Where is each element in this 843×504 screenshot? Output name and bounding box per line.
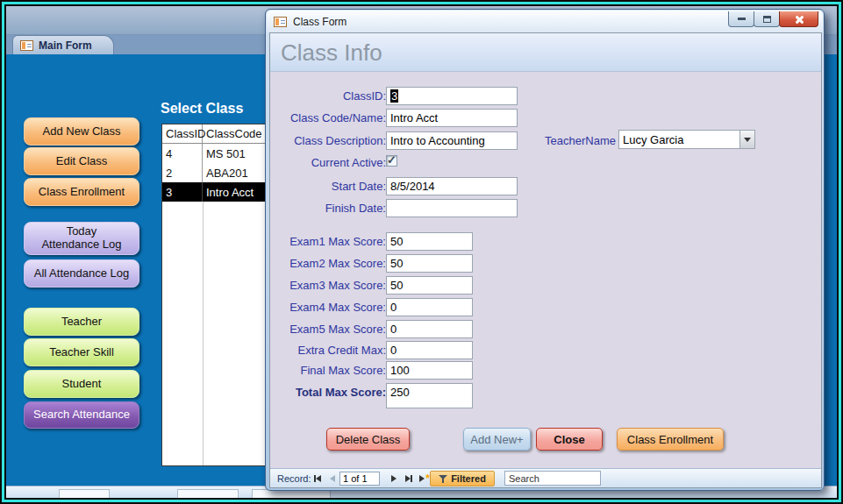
partial-record-box — [59, 489, 110, 498]
student-label: Student — [62, 378, 102, 391]
add-new-button[interactable]: Add New+ — [463, 428, 531, 451]
teacher-name-label: TeacherName — [535, 134, 616, 147]
exam4-field[interactable] — [386, 298, 473, 316]
teacher-name-value: Lucy Garcia — [619, 133, 739, 146]
class-description-field[interactable] — [386, 131, 518, 150]
student-button[interactable]: Student — [24, 370, 139, 398]
class-description-label: Class Description: — [274, 134, 386, 147]
classid-label: ClassID: — [274, 89, 386, 103]
record-search-input[interactable] — [504, 471, 601, 486]
exam3-label: Exam3 Max Score: — [274, 279, 386, 292]
column-header-classid: ClassID — [162, 124, 203, 143]
teacher-dropdown-button[interactable] — [739, 131, 754, 148]
window-controls — [729, 11, 818, 27]
all-attendance-log-button[interactable]: All Attendance Log — [24, 259, 139, 287]
window-form-icon — [274, 17, 287, 27]
current-active-label: Current Active: — [274, 156, 386, 169]
class-row-4-code: MS 501 — [203, 144, 268, 163]
minimize-icon — [738, 18, 746, 20]
new-record-arrow-icon — [419, 475, 425, 482]
teacher-button[interactable]: Teacher — [24, 308, 139, 336]
class-row-4-id: 4 — [162, 144, 203, 163]
class-enrollment-label: Class Enrollment — [627, 433, 713, 446]
filtered-button[interactable]: Filtered — [430, 471, 495, 486]
class-row-3-code: Intro Acct — [203, 182, 268, 202]
add-new-label: Add New+ — [470, 433, 523, 446]
next-arrow-icon — [391, 475, 396, 482]
classid-selected-value: 3 — [390, 89, 398, 103]
column-divider — [203, 202, 204, 465]
column-header-classcode: ClassCode — [203, 124, 268, 143]
previous-arrow-icon — [330, 475, 335, 482]
record-navigation-bar: Record: * Filtered — [270, 468, 821, 487]
start-date-field[interactable] — [386, 177, 518, 195]
class-row-3-selected[interactable]: 3 Intro Acct — [162, 182, 268, 202]
screen: Main Form Add New Class Edit Class Class… — [0, 0, 843, 504]
chevron-down-icon — [744, 138, 751, 142]
partial-filter-box — [177, 489, 239, 498]
extra-credit-label: Extra Credit Max: — [274, 344, 386, 357]
last-bar-icon — [411, 475, 412, 482]
record-label: Record: — [277, 473, 311, 484]
class-code-field[interactable] — [386, 109, 518, 127]
class-row-2-id: 2 — [162, 163, 203, 182]
record-position-box[interactable] — [339, 472, 380, 486]
final-max-field[interactable] — [386, 361, 473, 380]
exam2-label: Exam2 Max Score: — [274, 257, 386, 270]
extra-credit-field[interactable] — [386, 341, 473, 359]
delete-class-button[interactable]: Delete Class — [326, 428, 410, 451]
class-info-title: Class Info — [281, 39, 382, 67]
teacher-name-combobox[interactable]: Lucy Garcia — [618, 130, 755, 149]
class-row-2-code: ABA201 — [203, 163, 268, 182]
current-active-checkbox[interactable] — [386, 155, 397, 167]
teacher-skill-button[interactable]: Teacher Skill — [24, 338, 139, 366]
add-new-class-button[interactable]: Add New Class — [24, 117, 139, 146]
class-row-4[interactable]: 4 MS 501 — [162, 144, 268, 163]
first-record-button[interactable] — [311, 472, 324, 485]
exam1-field[interactable] — [386, 232, 473, 251]
maximize-icon — [763, 16, 771, 23]
select-class-listbox: ClassID ClassCode 4 MS 501 2 ABA201 3 In… — [161, 124, 268, 466]
today-attendance-log-label: Today Attendance Log — [37, 225, 126, 252]
maximize-button[interactable] — [754, 11, 780, 27]
close-window-button[interactable] — [779, 11, 818, 27]
exam5-label: Exam5 Max Score: — [274, 323, 386, 336]
class-form-body: Class Info ClassID: 3 Class Code/Name: C… — [269, 32, 822, 488]
exam5-field[interactable] — [386, 320, 473, 338]
final-max-label: Final Max Score: — [274, 364, 386, 377]
close-button[interactable]: Close — [536, 428, 603, 451]
edit-class-button[interactable]: Edit Class — [24, 147, 139, 175]
finish-date-label: Finish Date: — [274, 202, 386, 215]
today-attendance-log-button[interactable]: Today Attendance Log — [24, 222, 139, 255]
delete-class-label: Delete Class — [336, 433, 401, 446]
close-label: Close — [554, 433, 584, 446]
first-arrow-icon — [316, 475, 321, 482]
next-record-button[interactable] — [387, 472, 400, 485]
tab-main-form[interactable]: Main Form — [12, 35, 114, 54]
close-icon — [795, 15, 804, 24]
exam3-field[interactable] — [386, 276, 473, 295]
class-enrollment-sidebar-button[interactable]: Class Enrollment — [24, 178, 139, 206]
all-attendance-log-label: All Attendance Log — [34, 267, 129, 280]
finish-date-field[interactable] — [386, 199, 518, 217]
classid-field[interactable]: 3 — [386, 87, 518, 105]
select-class-title: Select Class — [161, 101, 243, 117]
exam4-label: Exam4 Max Score: — [274, 301, 386, 314]
class-code-label: Class Code/Name: — [274, 111, 386, 124]
search-attendance-button[interactable]: Search Attendance — [24, 401, 139, 429]
class-row-2[interactable]: 2 ABA201 — [162, 163, 268, 182]
class-enrollment-button[interactable]: Class Enrollment — [617, 428, 724, 451]
class-form-window: Class Form Class Info ClassID: 3 Class C… — [265, 9, 825, 491]
previous-record-button[interactable] — [325, 472, 339, 485]
class-row-3-id: 3 — [162, 182, 203, 202]
last-record-button[interactable] — [402, 472, 415, 485]
window-title: Class Form — [293, 16, 346, 28]
exam2-field[interactable] — [386, 254, 473, 273]
edit-class-label: Edit Class — [56, 155, 108, 168]
form-icon — [20, 40, 33, 51]
total-max-field[interactable] — [386, 383, 473, 408]
filter-funnel-icon — [439, 474, 447, 483]
minimize-button[interactable] — [728, 11, 754, 27]
filtered-label: Filtered — [451, 473, 486, 484]
select-class-header-row: ClassID ClassCode — [162, 124, 268, 144]
